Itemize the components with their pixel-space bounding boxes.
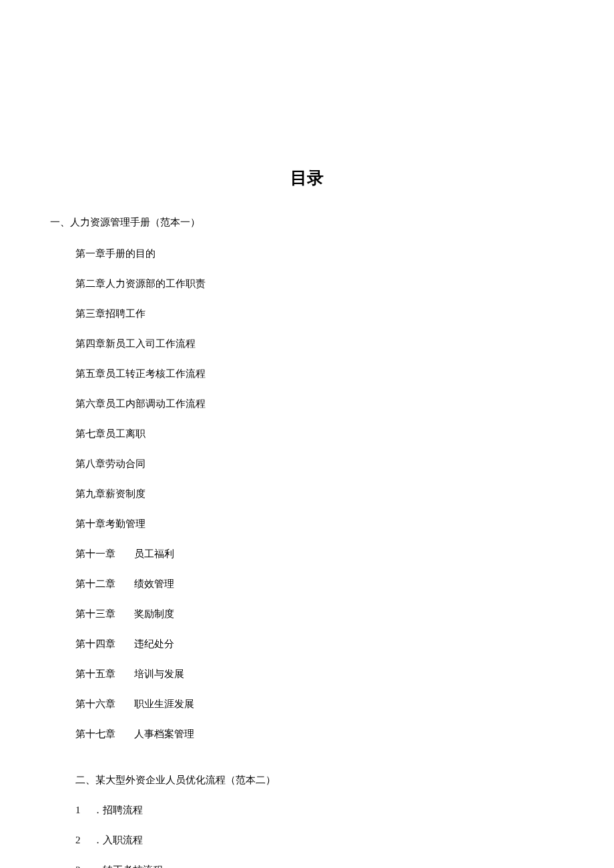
numbered-item: 1．招聘流程 <box>75 803 564 817</box>
toc-item: 第八章劳动合同 <box>75 457 564 471</box>
toc-chapter: 第十二章 <box>75 577 134 591</box>
toc-item: 第三章招聘工作 <box>75 307 564 321</box>
toc-list-section1: 第一章手册的目的 第二章人力资源部的工作职责 第三章招聘工作 第四章新员工入司工… <box>50 247 564 741</box>
toc-chapter-title: 绩效管理 <box>134 577 174 591</box>
toc-chapter-title: 职业生涯发展 <box>134 697 194 711</box>
toc-item: 第十六章 职业生涯发展 <box>75 697 564 711</box>
toc-item: 第七章员工离职 <box>75 427 564 441</box>
document-page: 目录 一、人力资源管理手册（范本一） 第一章手册的目的 第二章人力资源部的工作职… <box>0 0 614 868</box>
toc-item: 第十一章 员工福利 <box>75 547 564 561</box>
toc-item: 第六章员工内部调动工作流程 <box>75 397 564 411</box>
toc-chapter-title: 员工福利 <box>134 547 174 561</box>
toc-item: 第十三章 奖励制度 <box>75 607 564 621</box>
toc-chapter: 第十五章 <box>75 667 134 681</box>
toc-chapter: 第十六章 <box>75 697 134 711</box>
toc-chapter-title: 人事档案管理 <box>134 727 194 741</box>
item-number: 1 <box>75 803 93 817</box>
toc-chapter: 第十一章 <box>75 547 134 561</box>
toc-chapter-title: 奖励制度 <box>134 607 174 621</box>
section1-heading: 一、人力资源管理手册（范本一） <box>50 215 564 230</box>
numbered-item: 2．入职流程 <box>75 833 564 847</box>
toc-item: 第九章薪资制度 <box>75 487 564 501</box>
item-number: 3 <box>75 863 93 868</box>
toc-chapter: 第十七章 <box>75 727 134 741</box>
toc-item: 第二章人力资源部的工作职责 <box>75 277 564 291</box>
item-title: ．招聘流程 <box>93 805 143 815</box>
toc-item: 第一章手册的目的 <box>75 247 564 261</box>
toc-item: 第四章新员工入司工作流程 <box>75 337 564 351</box>
numbered-item: 3．转正考核流程 <box>75 863 564 868</box>
toc-chapter-title: 培训与发展 <box>134 667 184 681</box>
toc-item: 第五章员工转正考核工作流程 <box>75 367 564 381</box>
section2-heading: 二、某大型外资企业人员优化流程（范本二） <box>75 773 564 787</box>
toc-item: 第十五章 培训与发展 <box>75 667 564 681</box>
item-title: ．入职流程 <box>93 835 143 845</box>
section2: 二、某大型外资企业人员优化流程（范本二） 1．招聘流程 2．入职流程 3．转正考… <box>50 773 564 868</box>
document-title: 目录 <box>50 167 564 189</box>
toc-chapter: 第十四章 <box>75 637 134 651</box>
item-number: 2 <box>75 833 93 847</box>
toc-chapter-title: 违纪处分 <box>134 637 174 651</box>
toc-chapter: 第十三章 <box>75 607 134 621</box>
toc-item: 第十章考勤管理 <box>75 517 564 531</box>
toc-item: 第十七章 人事档案管理 <box>75 727 564 741</box>
toc-item: 第十四章 违纪处分 <box>75 637 564 651</box>
toc-item: 第十二章 绩效管理 <box>75 577 564 591</box>
item-title: ．转正考核流程 <box>93 865 163 868</box>
